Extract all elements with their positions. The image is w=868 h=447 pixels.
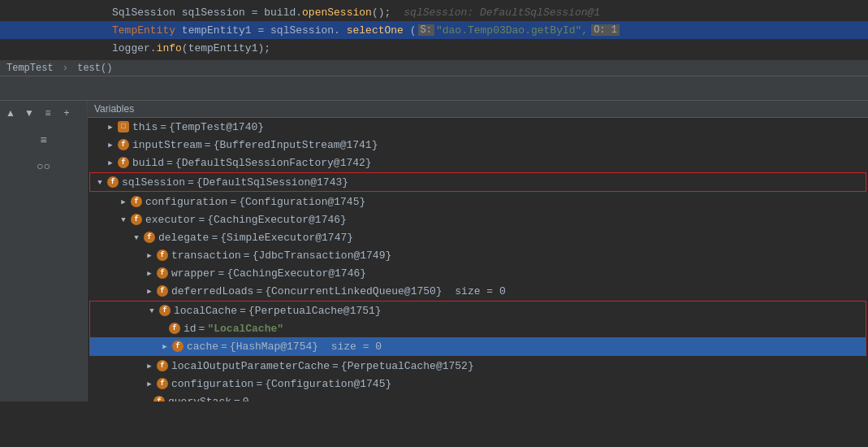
var-eq-this: =	[160, 121, 166, 133]
var-eq-configuration: =	[230, 196, 236, 208]
var-name-localoutput: localOutputParameterCache	[171, 360, 330, 372]
var-eq-deferredloads: =	[256, 285, 262, 297]
tree-row-configuration2[interactable]: f configuration = {Configuration@1745}	[88, 375, 868, 393]
var-name-cache: cache	[187, 341, 218, 353]
expand-icon-this[interactable]	[104, 120, 117, 133]
expand-icon-localcache-id	[158, 322, 168, 335]
filter-button[interactable]: ≡	[39, 104, 57, 122]
red-box-sqlsession: f sqlSession = {DefaultSqlSession@1743}	[89, 172, 866, 192]
tree-row-delegate[interactable]: f delegate = {SimpleExecutor@1747}	[88, 228, 868, 246]
tree-row-this[interactable]: □ this = {TempTest@1740}	[88, 118, 868, 136]
tree-row-wrapper[interactable]: f wrapper = {CachingExecutor@1746}	[88, 264, 868, 282]
var-eq-configuration2: =	[256, 378, 262, 390]
var-name-delegate: delegate	[158, 232, 209, 244]
watches-icon[interactable]: ≡	[32, 128, 55, 151]
field-icon-delegate: f	[143, 231, 156, 244]
expand-icon-delegate[interactable]	[130, 231, 143, 244]
expand-icon-localoutput[interactable]	[143, 359, 156, 372]
var-eq-localoutput: =	[332, 360, 339, 372]
expand-icon-localcache[interactable]	[145, 304, 158, 317]
var-name-executor: executor	[145, 214, 196, 226]
var-eq-localcache: =	[240, 305, 246, 317]
var-eq-wrapper: =	[218, 267, 225, 280]
var-eq-cache: =	[221, 341, 227, 353]
code-line-3: logger.info(tempEntity1);	[0, 39, 868, 57]
tree-row-localcache[interactable]: f localCache = {PerpetualCache@1751}	[90, 302, 866, 319]
tree-container[interactable]: □ this = {TempTest@1740} f inputStream =…	[88, 118, 868, 401]
expand-icon-transaction[interactable]	[143, 249, 156, 262]
var-name-this: this	[132, 121, 158, 133]
var-val-build: {DefaultSqlSessionFactory@1742}	[175, 157, 372, 169]
expand-icon-cache[interactable]	[158, 340, 171, 353]
var-name-build: build	[132, 157, 164, 169]
expand-down-button[interactable]: ▼	[20, 104, 38, 122]
variables-header: Variables	[88, 101, 868, 118]
field-icon-executor: f	[130, 213, 143, 226]
field-icon-querystack: f	[153, 395, 166, 401]
field-icon-localoutput: f	[156, 359, 169, 372]
inline-icon[interactable]: ○○	[32, 154, 55, 177]
breadcrumb-part-1[interactable]: TempTest	[6, 63, 54, 74]
var-name-configuration: configuration	[145, 196, 227, 208]
string-value: "dao.Temp03Dao.getById",	[436, 24, 588, 37]
tree-row-cache[interactable]: f cache = {HashMap@1754} size = 0	[90, 337, 866, 355]
field-icon-build: f	[117, 156, 130, 169]
left-gutter: ▲ ▼ ≡ + ≡ ○○	[0, 101, 88, 401]
var-name-deferredloads: deferredLoads	[171, 285, 253, 297]
code-line-2: TempEntity tempEntity1 = sqlSession. sel…	[0, 21, 868, 39]
tree-row-sqlsession[interactable]: f sqlSession = {DefaultSqlSession@1743}	[90, 173, 866, 191]
var-name-localcache-id: id	[184, 323, 196, 335]
hint-s-badge: S:	[418, 24, 434, 36]
field-icon-deferredloads: f	[156, 284, 169, 297]
field-icon-inputstream: f	[117, 138, 130, 151]
code-content-1: SqlSession sqlSession = build.openSessio…	[112, 7, 391, 19]
var-size-deferredloads: size = 0	[443, 285, 506, 297]
separator	[0, 76, 868, 101]
tree-row-transaction[interactable]: f transaction = {JdbcTransaction@1749}	[88, 246, 868, 264]
tree-row-executor[interactable]: f executor = {CachingExecutor@1746}	[88, 210, 868, 228]
var-name-sqlsession: sqlSession	[122, 176, 185, 189]
field-icon-cache: f	[171, 340, 184, 353]
var-name-wrapper: wrapper	[171, 267, 216, 280]
red-box-localcache: f localCache = {PerpetualCache@1751} f i…	[89, 301, 866, 356]
ide-window: SqlSession sqlSession = build.openSessio…	[0, 0, 868, 447]
field-icon-sqlsession: f	[106, 176, 119, 189]
tree-row-deferredloads[interactable]: f deferredLoads = {ConcurrentLinkedQueue…	[88, 282, 868, 300]
tree-row-querystack[interactable]: f queryStack = 0	[88, 393, 868, 401]
expand-icon-sqlsession[interactable]	[93, 176, 106, 189]
var-name-querystack: queryStack	[168, 396, 231, 402]
var-val-transaction: {JdbcTransaction@1749}	[253, 250, 392, 262]
tree-row-inputstream[interactable]: f inputStream = {BufferedInputStream@174…	[88, 136, 868, 154]
add-watch-button[interactable]: +	[58, 104, 76, 122]
var-val-cache: {HashMap@1754}	[230, 341, 318, 353]
expand-icon-configuration[interactable]	[117, 195, 130, 208]
var-val-sqlsession: {DefaultSqlSession@1743}	[196, 176, 348, 189]
right-content: Variables □ this = {TempTest@1740}	[88, 101, 868, 401]
breadcrumb-part-2[interactable]: test()	[77, 63, 112, 74]
expand-icon-build[interactable]	[104, 156, 117, 169]
expand-icon-configuration2[interactable]	[143, 377, 156, 390]
var-name-localcache: localCache	[174, 305, 237, 317]
code-area: SqlSession sqlSession = build.openSessio…	[0, 0, 868, 61]
code-line-1: SqlSession sqlSession = build.openSessio…	[0, 3, 868, 21]
var-val-wrapper: {CachingExecutor@1746}	[227, 267, 366, 280]
var-eq-sqlsession: =	[188, 176, 194, 189]
code-content-2: TempEntity tempEntity1 = sqlSession. sel…	[112, 24, 417, 37]
expand-icon-wrapper[interactable]	[143, 267, 156, 280]
breadcrumb-sep: ›	[63, 63, 68, 74]
field-icon-this: □	[117, 120, 130, 133]
collapse-up-button[interactable]: ▲	[2, 104, 19, 122]
breadcrumb: TempTest › test()	[0, 61, 868, 76]
code-content-3: logger.info(tempEntity1);	[112, 42, 270, 54]
expand-icon-executor[interactable]	[117, 213, 130, 226]
var-val-this: {TempTest@1740}	[169, 121, 264, 133]
inline-hint-1: sqlSession: DefaultSqlSession@1	[404, 7, 600, 19]
tree-row-localcache-id[interactable]: f id = "LocalCache"	[90, 319, 866, 337]
var-name-configuration2: configuration	[171, 378, 253, 390]
tree-row-build[interactable]: f build = {DefaultSqlSessionFactory@1742…	[88, 154, 868, 171]
expand-icon-deferredloads[interactable]	[143, 284, 156, 297]
expand-icon-inputstream[interactable]	[104, 138, 117, 151]
var-eq-build: =	[166, 157, 173, 169]
tree-row-localoutput[interactable]: f localOutputParameterCache = {Perpetual…	[88, 357, 868, 375]
tree-row-configuration[interactable]: f configuration = {Configuration@1745}	[88, 193, 868, 210]
